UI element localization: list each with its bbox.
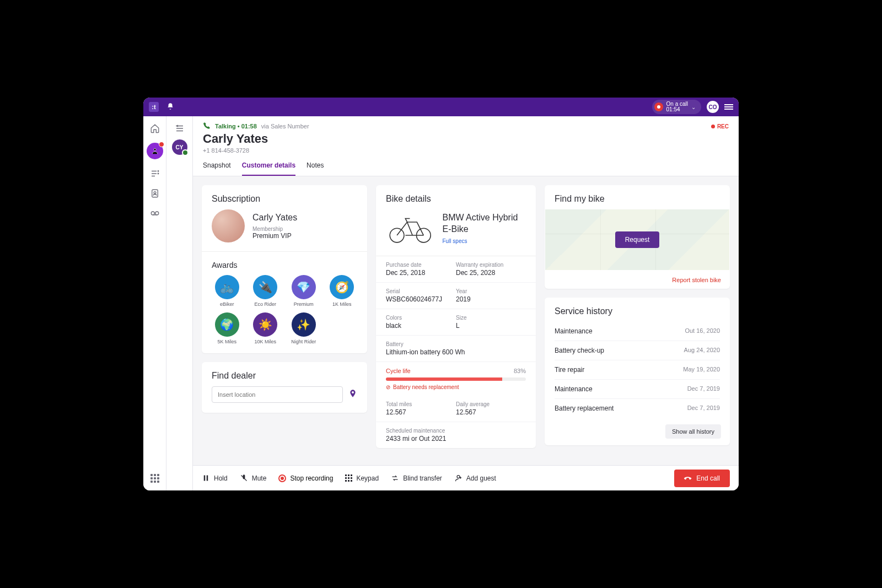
history-name: Maintenance xyxy=(555,327,593,335)
cycle-life-bar xyxy=(386,377,526,381)
report-stolen-link[interactable]: Report stolen bike xyxy=(672,277,721,283)
app-logo[interactable]: :t xyxy=(149,102,159,112)
awards-grid: 🚲eBiker🔌Eco Rider💎Premium🧭1K Miles🌍5K Mi… xyxy=(202,275,367,353)
svg-point-7 xyxy=(155,212,158,215)
nav-home-icon[interactable] xyxy=(149,123,160,134)
bike-details-title: Bike details xyxy=(376,185,536,209)
award-label: 10K Miles xyxy=(254,339,276,344)
notifications-icon[interactable] xyxy=(166,103,175,111)
call-status-chip[interactable]: On a call 01:54 ⌄ xyxy=(652,100,701,114)
warning-icon: ⊘ xyxy=(386,384,390,390)
history-item[interactable]: MaintenanceOut 16, 2020 xyxy=(555,322,720,341)
year-label: Year xyxy=(456,288,526,294)
nav-apps-icon[interactable] xyxy=(150,474,159,483)
collapse-icon[interactable] xyxy=(174,123,185,134)
svg-point-2 xyxy=(158,171,159,172)
award-item: 🔌Eco Rider xyxy=(248,275,283,307)
tabs: Snapshot Customer details Notes xyxy=(203,161,729,176)
stop-recording-button[interactable]: Stop recording xyxy=(278,474,333,482)
total-miles-label: Total miles xyxy=(386,401,456,407)
serial-label: Serial xyxy=(386,288,456,294)
history-name: Maintenance xyxy=(555,385,593,393)
award-label: Premium xyxy=(294,301,314,307)
award-icon: ✨ xyxy=(292,312,316,337)
membership-value: Premium VIP xyxy=(252,232,297,240)
request-location-button[interactable]: Request xyxy=(615,231,660,248)
blind-transfer-button[interactable]: Blind transfer xyxy=(391,474,442,482)
svg-point-0 xyxy=(657,105,660,109)
award-item: 💎Premium xyxy=(286,275,321,307)
full-specs-link[interactable]: Full specs xyxy=(442,238,467,244)
thread-bar: CY xyxy=(166,116,193,490)
svg-point-6 xyxy=(151,212,154,215)
history-name: Battery check-up xyxy=(555,347,604,354)
show-all-history-button[interactable]: Show all history xyxy=(665,424,721,439)
record-icon xyxy=(278,474,286,482)
rec-dot-icon xyxy=(711,125,715,128)
contact-header: Talking • 01:58 via Sales Number REC Car… xyxy=(193,116,739,176)
tab-customer-details[interactable]: Customer details xyxy=(242,161,295,176)
end-call-button[interactable]: End call xyxy=(674,470,730,487)
nav-agent-icon[interactable] xyxy=(147,143,163,159)
record-indicator-icon xyxy=(654,103,663,111)
warranty-value: Dec 25, 2028 xyxy=(456,269,526,277)
award-icon: ☀️ xyxy=(253,312,277,337)
presence-indicator xyxy=(182,149,189,156)
award-icon: 🧭 xyxy=(330,275,354,299)
bike-image xyxy=(386,209,434,248)
nav-queue-icon[interactable] xyxy=(149,168,160,179)
nav-voicemail-icon[interactable] xyxy=(149,208,160,219)
warranty-label: Warranty expiration xyxy=(456,262,526,268)
daily-avg-label: Daily average xyxy=(456,401,526,407)
history-item[interactable]: MaintenanceDec 7, 2019 xyxy=(555,380,720,399)
rec-badge: REC xyxy=(711,123,729,130)
nav-contacts-icon[interactable] xyxy=(149,188,160,199)
add-guest-button[interactable]: Add guest xyxy=(454,474,496,482)
award-label: Night Rider xyxy=(291,339,316,344)
size-label: Size xyxy=(456,315,526,321)
user-avatar[interactable]: CO xyxy=(707,101,719,113)
history-name: Battery replacement xyxy=(555,404,614,412)
call-bar: Hold Mute Stop recording Keypad Blind tr… xyxy=(193,465,739,490)
mute-button[interactable]: Mute xyxy=(240,474,267,482)
battery-warning: ⊘Battery needs replacement xyxy=(386,384,526,390)
svg-point-12 xyxy=(457,476,460,478)
subscription-card: Subscription Carly Yates Membership Prem… xyxy=(202,185,367,353)
history-date: Dec 7, 2019 xyxy=(687,385,720,393)
location-pin-icon[interactable] xyxy=(348,389,357,400)
history-item[interactable]: Battery check-upAug 24, 2020 xyxy=(555,341,720,360)
tab-notes[interactable]: Notes xyxy=(306,161,324,176)
hold-button[interactable]: Hold xyxy=(202,474,228,482)
scheduled-maintenance-value: 2433 mi or Out 2021 xyxy=(386,435,526,443)
award-item: 🌍5K Miles xyxy=(209,312,245,344)
tab-snapshot[interactable]: Snapshot xyxy=(203,161,231,176)
panel-toggle-icon[interactable] xyxy=(724,103,733,111)
chevron-down-icon: ⌄ xyxy=(691,104,696,110)
award-icon: 🚲 xyxy=(215,275,239,299)
cycle-life-label: Cycle life xyxy=(386,368,411,374)
find-my-bike-card: Find my bike Request Report stolen bike xyxy=(545,185,730,289)
award-label: 5K Miles xyxy=(217,339,236,344)
history-date: May 19, 2020 xyxy=(683,366,720,374)
service-history-title: Service history xyxy=(545,298,730,322)
award-label: Eco Rider xyxy=(254,301,276,307)
contact-phone: +1 814-458-3728 xyxy=(203,147,729,154)
history-item[interactable]: Battery replacementDec 7, 2019 xyxy=(555,399,720,418)
keypad-button[interactable]: Keypad xyxy=(345,474,379,482)
service-history-card: Service history MaintenanceOut 16, 2020B… xyxy=(545,298,730,445)
cycle-life-percent: 83% xyxy=(514,368,526,374)
colors-value: black xyxy=(386,322,456,330)
find-dealer-card: Find dealer xyxy=(202,362,367,413)
history-item[interactable]: Tire repairMay 19, 2020 xyxy=(555,360,720,380)
find-my-bike-title: Find my bike xyxy=(545,185,730,209)
svg-point-3 xyxy=(158,173,159,174)
purchase-date-label: Purchase date xyxy=(386,262,456,268)
thread-contact-avatar[interactable]: CY xyxy=(172,139,187,155)
bike-details-card: Bike details BMW Active Hybrid E-Bike Fu… xyxy=(376,185,536,448)
map-preview: Request xyxy=(545,209,729,270)
svg-point-5 xyxy=(154,192,156,194)
scheduled-maintenance-label: Scheduled maintenance xyxy=(386,428,526,434)
dealer-location-input[interactable] xyxy=(212,386,343,403)
size-value: L xyxy=(456,322,526,330)
daily-avg-value: 12.567 xyxy=(456,408,526,416)
